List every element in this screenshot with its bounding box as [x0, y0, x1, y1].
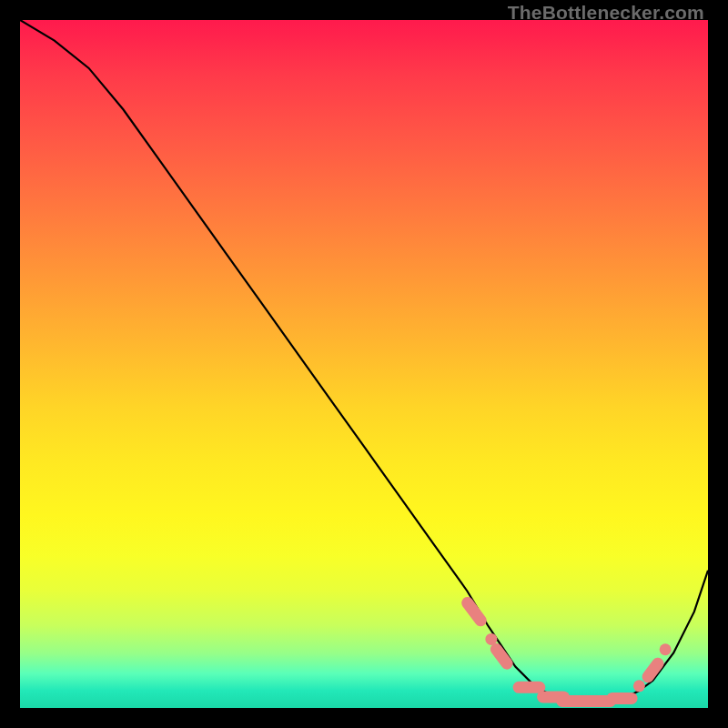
chart-plot-area	[20, 20, 708, 708]
chart-marker	[468, 602, 481, 620]
watermark-text: TheBottlenecker.com	[508, 2, 704, 24]
chart-marker	[485, 633, 497, 645]
chart-marker	[633, 680, 645, 692]
chart-frame	[20, 20, 708, 708]
bottleneck-curve	[20, 20, 708, 701]
chart-svg	[20, 20, 708, 708]
chart-marker	[648, 663, 658, 677]
chart-marker	[660, 643, 672, 655]
chart-markers	[468, 602, 672, 701]
